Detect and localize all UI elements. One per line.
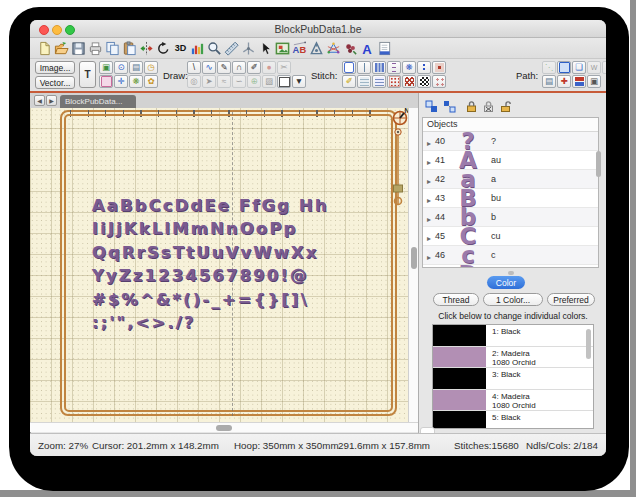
- color-swatch[interactable]: [433, 411, 486, 429]
- disclosure-icon[interactable]: [423, 227, 435, 245]
- pen-tool-icon[interactable]: ✎: [217, 61, 231, 74]
- square-dot-icon[interactable]: [432, 61, 446, 74]
- object-row[interactable]: 41 A au: [423, 151, 598, 170]
- flip-horizontal-icon[interactable]: [138, 39, 155, 57]
- hscroll-thumb[interactable]: [216, 425, 232, 431]
- checker-fill-icon[interactable]: [417, 75, 431, 88]
- print-icon[interactable]: [87, 39, 104, 57]
- unlock-x-icon[interactable]: [481, 99, 495, 113]
- cross-fill-icon[interactable]: [402, 75, 416, 88]
- disclosure-icon[interactable]: [423, 265, 435, 268]
- motif-run-icon[interactable]: [387, 61, 401, 74]
- sparse-fill-icon[interactable]: [432, 75, 446, 88]
- path-union-icon[interactable]: [557, 61, 571, 74]
- chart-icon[interactable]: [189, 39, 206, 57]
- clipboard-settings-icon[interactable]: ▤: [129, 61, 143, 74]
- overlap-objects-icon[interactable]: [99, 75, 113, 88]
- flower-icon[interactable]: [342, 39, 359, 57]
- line-tool-icon[interactable]: \: [187, 61, 201, 74]
- select-cursor-icon[interactable]: [257, 39, 274, 57]
- disclosure-icon[interactable]: [423, 246, 435, 264]
- object-row[interactable]: 46 c c: [423, 246, 598, 265]
- lock-icon[interactable]: [464, 99, 478, 113]
- eye-icon[interactable]: ⊙: [114, 61, 128, 74]
- document-tab[interactable]: BlockPubData...: [60, 95, 136, 108]
- color-list-scrollbar-thumb[interactable]: [586, 329, 591, 359]
- mesh-flower-icon[interactable]: ❋: [129, 75, 143, 88]
- embroidery-design[interactable]: AaBbCcDdEe FfGg HhIiJjKkLlMmNnOoPpQqRrSs…: [92, 194, 402, 334]
- run-stitch-icon[interactable]: [357, 61, 371, 74]
- object-row[interactable]: 42 a a: [423, 170, 598, 189]
- design-canvas[interactable]: AaBbCcDdEe FfGg HhIiJjKkLlMmNnOoPpQqRrSs…: [30, 108, 408, 422]
- pick-tool-button[interactable]: T: [79, 61, 96, 88]
- color-row[interactable]: 5: Black: [433, 411, 593, 429]
- image-visibility-icon[interactable]: ▣: [99, 61, 113, 74]
- gears-icon[interactable]: ✿: [144, 75, 158, 88]
- canvas-vertical-scrollbar[interactable]: [408, 108, 418, 422]
- zoom-tool-icon[interactable]: [206, 39, 223, 57]
- object-row[interactable]: 45 C cu: [423, 227, 598, 246]
- new-file-icon[interactable]: [36, 39, 53, 57]
- color-row[interactable]: 1: Black: [433, 325, 593, 347]
- draw-more-dropdown[interactable]: ▼: [292, 75, 306, 88]
- lock-open-icon[interactable]: [498, 99, 512, 113]
- image-button[interactable]: Image...: [35, 61, 75, 74]
- polyline-tool-icon[interactable]: ∿: [202, 61, 216, 74]
- color-swatch[interactable]: [433, 347, 486, 368]
- open-file-icon[interactable]: [53, 39, 70, 57]
- color-row[interactable]: 2: Madeira1080 Orchid: [433, 347, 593, 369]
- tab-prev-button[interactable]: ◀: [34, 95, 45, 106]
- measurement-tool[interactable]: [392, 127, 405, 215]
- path-layers-icon[interactable]: [572, 75, 586, 88]
- paste-icon[interactable]: [121, 39, 138, 57]
- measure-tool-icon[interactable]: [308, 39, 325, 57]
- disclosure-icon[interactable]: [423, 189, 435, 207]
- column-pattern-icon[interactable]: [372, 75, 386, 88]
- add-circle-icon[interactable]: ⊕: [247, 75, 261, 88]
- color-swatch[interactable]: [433, 390, 486, 411]
- move-tool-icon[interactable]: ✛: [114, 75, 128, 88]
- hatch-tool-icon[interactable]: ▨: [262, 75, 276, 88]
- save-icon[interactable]: [70, 39, 87, 57]
- ungroup-icon[interactable]: [442, 99, 456, 113]
- mesh-icon[interactable]: [325, 39, 342, 57]
- lettering-icon[interactable]: AB: [291, 39, 308, 57]
- fill-stitch-icon[interactable]: [357, 75, 371, 88]
- bean-stitch-icon[interactable]: [417, 61, 431, 74]
- image-frame-icon[interactable]: [274, 39, 291, 57]
- objects-scrollbar-thumb[interactable]: [596, 151, 601, 177]
- object-row[interactable]: 43 B bu: [423, 189, 598, 208]
- wave-tool-icon[interactable]: ∽: [232, 75, 246, 88]
- path-press-icon[interactable]: ▤: [542, 75, 556, 88]
- zoom-region-icon[interactable]: ◎: [187, 75, 201, 88]
- arc-tool-icon[interactable]: ∩: [232, 61, 246, 74]
- copy-icon[interactable]: [104, 39, 121, 57]
- outline-stitch-icon[interactable]: [342, 61, 356, 74]
- windmill-tool-icon[interactable]: [240, 39, 257, 57]
- three-d-view-icon[interactable]: 3D: [172, 39, 189, 57]
- object-row[interactable]: 47 D du: [423, 265, 598, 268]
- tab-next-button[interactable]: ▶: [46, 95, 57, 106]
- color-swatch[interactable]: [433, 325, 486, 346]
- path-overlap-icon[interactable]: ❏: [572, 61, 586, 74]
- group-icon[interactable]: [424, 99, 438, 113]
- letter-a-icon[interactable]: A: [359, 39, 376, 57]
- thread-button[interactable]: Thread: [433, 293, 479, 306]
- clock-icon[interactable]: ◷: [144, 61, 158, 74]
- cut-path-icon[interactable]: ✂: [277, 61, 291, 74]
- needle-icon[interactable]: ✐: [342, 75, 356, 88]
- path-ww-icon[interactable]: W: [587, 61, 601, 74]
- satin-stitch-icon[interactable]: [372, 61, 386, 74]
- one-color-button[interactable]: 1 Color...: [483, 293, 543, 306]
- ruler-icon[interactable]: [223, 39, 240, 57]
- path-add-icon[interactable]: ✚: [557, 75, 571, 88]
- vector-button[interactable]: Vector...: [35, 76, 75, 89]
- disclosure-icon[interactable]: [423, 208, 435, 226]
- path-break-icon[interactable]: ✕: [602, 61, 606, 74]
- notes-icon[interactable]: [376, 39, 393, 57]
- circle-tool-icon[interactable]: ●: [262, 61, 276, 74]
- rotate-icon[interactable]: [155, 39, 172, 57]
- rectangle-tool-icon[interactable]: [277, 75, 291, 88]
- path-box-arrow-icon[interactable]: ▣: [587, 75, 601, 88]
- color-row[interactable]: 4: Madeira1080 Orchid: [433, 390, 593, 412]
